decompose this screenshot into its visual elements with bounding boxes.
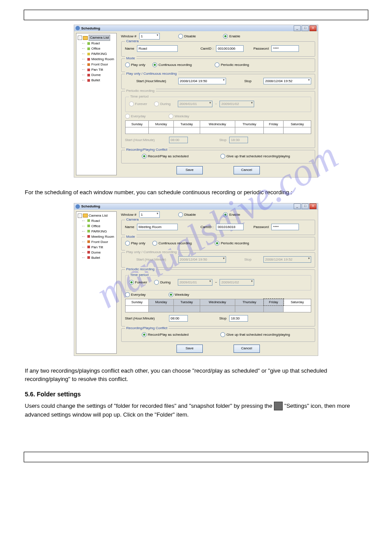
cancel-button[interactable]: Cancel (234, 166, 260, 174)
tree-item-pantilt[interactable]: Pan Tilt (78, 245, 115, 250)
paragraph-conflict: If any two recordings/playings conflict … (25, 366, 367, 384)
titlebar-2: Scheduling _ □ X (74, 203, 318, 210)
time-period-label: Time period (129, 94, 150, 98)
radio-during[interactable]: During (154, 280, 171, 285)
maximize-icon[interactable]: □ (302, 25, 309, 31)
group-periodic-label: Periodic recording (125, 89, 156, 93)
radio-continuous[interactable]: Continuous recording (152, 241, 192, 246)
app-icon (76, 204, 80, 209)
tree-item-office[interactable]: Office (78, 224, 115, 229)
radio-disable[interactable]: Disable (178, 212, 196, 217)
tree-item-meeting[interactable]: Meeting Room (78, 234, 115, 239)
maximize-icon[interactable]: □ (302, 203, 309, 209)
tree-item-office[interactable]: Office (78, 46, 115, 51)
radio-periodic[interactable]: Periodic recording (215, 62, 249, 67)
window-num-label: Window # (121, 34, 137, 38)
radio-conf-giveup[interactable]: Give up that scheduled recording/playing (220, 332, 290, 337)
tree-item-road[interactable]: Road (78, 41, 115, 46)
radio-everyday[interactable]: Everyday (125, 292, 146, 297)
page-footer-box (24, 452, 368, 462)
cancel-button[interactable]: Cancel (234, 345, 260, 353)
p-start-input[interactable]: 08:00 (169, 315, 188, 322)
group-mode-label: Mode (125, 235, 137, 239)
tree-collapse-icon[interactable]: - (78, 214, 82, 218)
group-mode: Mode Play only Continuous recording Peri… (121, 58, 316, 72)
tree-item-parking[interactable]: PARKING (78, 51, 115, 57)
radio-enable[interactable]: Enable (223, 34, 240, 39)
radio-forever[interactable]: Forever (129, 280, 147, 285)
titlebar: Scheduling _ □ X (74, 25, 318, 31)
group-camera: Camera Name Meeting Room CamID : 0010160… (121, 220, 316, 235)
section-heading: 5.6. Folder settings (25, 390, 367, 399)
group-play-continuous: Play only / Continuous recording Start (… (121, 74, 316, 89)
window-num-select[interactable]: 1 (139, 211, 160, 218)
save-button[interactable]: Save (176, 166, 203, 174)
tree-collapse-icon[interactable]: - (78, 36, 82, 40)
camid-label: CamID : (201, 225, 213, 229)
conflict-label: Recording/Playing Conflict (125, 148, 169, 152)
stop-datetime: 2008/12/04 19:52 (263, 256, 311, 263)
radio-play-only[interactable]: Play only (125, 241, 145, 246)
radio-weekday[interactable]: Weekday (169, 292, 189, 297)
paragraph-folder: Users could change the settings of "fold… (25, 402, 367, 419)
tree-item-meeting[interactable]: Meeting Room (78, 57, 115, 62)
app-icon (76, 26, 80, 30)
tree-item-bullet[interactable]: Bullet (78, 255, 115, 261)
stop-label: Stop (245, 79, 252, 83)
tree-item-front[interactable]: Front Door (78, 239, 115, 245)
tree-item-dome[interactable]: Dome (78, 73, 115, 78)
paragraph-1: For the scheduling of each window number… (25, 182, 367, 203)
screenshot-scheduling-periodic: Scheduling _ □ X - Camera List Road Offi… (74, 203, 318, 356)
settings-icon (274, 402, 283, 410)
radio-disable[interactable]: Disable (178, 34, 196, 39)
tree-root[interactable]: Camera List (89, 35, 110, 41)
save-button[interactable]: Save (176, 345, 203, 353)
during-from: 2009/01/01 (178, 279, 212, 286)
weekday-table-selected[interactable]: SundayMondayTuesdayWednesdayThursdayFrid… (125, 299, 312, 312)
tree-item-front[interactable]: Front Door (78, 62, 115, 67)
close-icon[interactable]: X (309, 203, 316, 209)
radio-continuous[interactable]: Continuous recording (152, 62, 192, 67)
radio-periodic[interactable]: Periodic recording (215, 241, 249, 246)
group-playcont-label: Play only / Continuous recording (125, 250, 178, 254)
stop-datetime[interactable]: 2008/12/04 19:52 (263, 78, 311, 84)
during-to: 2009/01/02 (219, 101, 254, 107)
during-to: 2009/01/02 (219, 279, 254, 286)
radio-enable[interactable]: Enable (223, 212, 240, 217)
password-input[interactable]: **** (271, 45, 299, 52)
tree-item-dome[interactable]: Dome (78, 250, 115, 255)
tree-item-road[interactable]: Road (78, 218, 115, 224)
window-num-select[interactable]: 1 (139, 33, 160, 40)
p-stop-input[interactable]: 18:30 (229, 315, 248, 322)
window-title: Scheduling (81, 26, 100, 30)
radio-conf-giveup[interactable]: Give up that scheduled recording/playing (220, 154, 290, 159)
start-datetime[interactable]: 2008/12/04 19:50 (178, 78, 226, 84)
minimize-icon[interactable]: _ (294, 203, 301, 209)
tree-item-pantilt[interactable]: Pan Tilt (78, 67, 115, 73)
screenshot-scheduling-continuous: Scheduling _ □ X - Camera List Road Offi… (74, 25, 318, 178)
radio-play-only[interactable]: Play only (125, 62, 145, 67)
name-input[interactable]: Road (137, 45, 178, 52)
tree-item-parking[interactable]: PARKING (78, 229, 115, 234)
group-periodic-disabled: Periodic recording Time period Forever D… (121, 91, 316, 148)
camera-tree-2[interactable]: - Camera List Road Office PARKING Meetin… (76, 211, 117, 354)
group-camera-label: Camera (125, 39, 140, 43)
minimize-icon[interactable]: _ (294, 25, 301, 31)
radio-weekday: Weekday (169, 114, 189, 119)
name-label: Name (125, 225, 134, 229)
tree-item-bullet[interactable]: Bullet (78, 78, 115, 83)
camid-input[interactable]: 001001006 (216, 45, 244, 52)
password-label: Password (253, 225, 269, 229)
radio-conf-record[interactable]: Record/Play as scheduled (142, 332, 189, 337)
folder-icon (83, 214, 88, 218)
password-input[interactable]: **** (271, 224, 299, 230)
camid-input[interactable]: 001016018 (216, 224, 244, 230)
tree-root[interactable]: Camera List (89, 213, 108, 218)
camera-tree[interactable]: - Camera List Road Office PARKING Meetin… (76, 33, 117, 175)
radio-conf-record[interactable]: Record/Play as scheduled (142, 154, 189, 159)
radio-everyday: Everyday (125, 114, 146, 119)
close-icon[interactable]: X (309, 25, 316, 31)
conflict-label: Recording/Playing Conflict (125, 326, 169, 330)
name-input[interactable]: Meeting Room (137, 224, 178, 230)
group-conflict: Recording/Playing Conflict Record/Play a… (121, 328, 316, 342)
